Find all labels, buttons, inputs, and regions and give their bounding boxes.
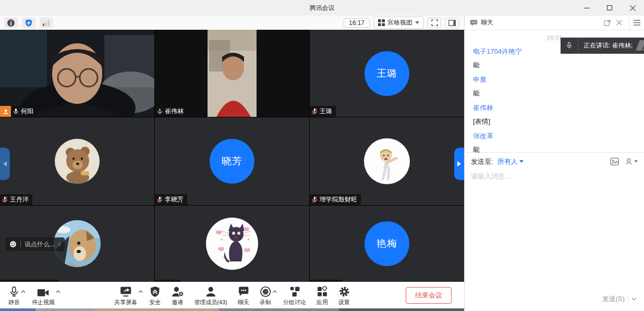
side-panel-toggle-button[interactable] [445, 18, 459, 28]
chat-button[interactable]: 聊天 [233, 285, 254, 306]
video-options-chevron[interactable] [56, 290, 60, 293]
composer-actions [610, 158, 638, 165]
security-shield-button[interactable] [22, 17, 35, 28]
record-label: 录制 [260, 298, 271, 306]
window-title: 腾讯会议 [0, 0, 644, 16]
name-with-mic: 王丹洋 [0, 194, 32, 205]
send-options-chevron[interactable] [631, 297, 637, 301]
next-page-arrow[interactable] [454, 148, 464, 180]
name-with-mic: 王璐 [310, 106, 336, 117]
share-screen-button[interactable]: 共享屏幕 [109, 285, 142, 306]
name-with-mic: 电子1704许艳宁 [0, 280, 59, 282]
breakout-rooms-button[interactable]: 分组讨论 [278, 285, 311, 306]
end-meeting-button[interactable]: 结束会议 [406, 287, 452, 304]
message-sender: 张改革 [473, 131, 636, 141]
window-controls [575, 0, 644, 16]
mute-options-chevron[interactable] [21, 290, 26, 293]
participant-label: 崔伟林 [155, 106, 187, 117]
share-options-chevron[interactable] [138, 290, 143, 293]
message-sender: 崔伟林 [473, 103, 636, 113]
apps-button[interactable]: 应用 [311, 285, 333, 306]
name-with-mic: 李晓芳 [155, 194, 187, 205]
share-screen-icon [119, 285, 132, 297]
maximize-button[interactable] [598, 0, 621, 16]
chat-menu-button[interactable] [629, 16, 644, 30]
close-button[interactable] [621, 0, 644, 16]
security-button[interactable]: 安全 [144, 285, 166, 306]
chat-panel-title: 聊天 [481, 18, 493, 27]
stop-video-button[interactable]: 停止视频 [27, 285, 60, 306]
send-to-dropdown[interactable]: 所有人 [497, 157, 524, 166]
stop-video-label: 停止视频 [32, 298, 55, 306]
participant-label-clipped: 电子1704许艳宁 [0, 280, 59, 282]
arrow-right-icon [457, 161, 461, 166]
fullscreen-button[interactable] [428, 18, 441, 28]
chevron-down-icon [519, 160, 524, 163]
chat-label: 聊天 [238, 298, 249, 306]
send-button[interactable]: 发送(S) [602, 294, 625, 304]
manage-members-label: 管理成员(43) [194, 298, 227, 306]
record-button[interactable]: 录制 [254, 285, 276, 306]
manage-members-button[interactable]: 管理成员(43) [189, 285, 233, 306]
avatar-wrap: 王璐 [310, 30, 464, 117]
gear-icon [338, 285, 350, 297]
participant-tile-cuiweilin[interactable]: 崔伟林 [155, 30, 309, 117]
avatar-wrap [310, 117, 464, 205]
avatar-wrap: 晓芳 [155, 117, 309, 205]
participant-tile-yincaiwang[interactable]: 理学院殷财旺 [310, 117, 464, 205]
chat-bubble-icon [238, 285, 249, 297]
name-with-mic: 何阳 [11, 106, 37, 117]
person-icon [625, 158, 633, 165]
record-options-chevron[interactable] [272, 290, 277, 293]
quick-chat-pill[interactable]: 说点什么... ‹ [5, 237, 65, 251]
avatar-initials: 晓芳 [210, 139, 254, 184]
avatar-initials: 艳梅 [364, 221, 409, 266]
titlebar: 腾讯会议 [0, 0, 644, 16]
meeting-info-button[interactable] [4, 17, 18, 28]
participant-tile-wangdanyang[interactable]: 王丹洋 [0, 117, 154, 205]
participant-tile-heyang[interactable]: 何阳 [0, 30, 154, 117]
avatar-wrap: 艳梅 [310, 206, 464, 282]
participant-tile-xuyanning[interactable]: 说点什么... ‹ 电子1704许艳宁 [0, 206, 154, 282]
chevron-left-icon[interactable]: ‹ [58, 241, 60, 248]
participant-name: 王璐 [320, 107, 332, 116]
record-icon [260, 285, 271, 297]
breakout-rooms-label: 分组讨论 [283, 298, 306, 306]
mic-muted-icon [311, 108, 318, 115]
info-icon [7, 19, 15, 27]
settings-button[interactable]: 设置 [333, 285, 355, 306]
maximize-icon [607, 5, 612, 10]
smiley-icon [9, 241, 17, 248]
chat-input[interactable]: 请输入消息... [465, 169, 644, 295]
image-attach-icon[interactable] [610, 158, 619, 165]
participant-tile-shenzhan[interactable]: 申展 [155, 206, 309, 282]
video-feed [0, 30, 154, 117]
message-text: [表情] [473, 117, 636, 126]
avatar-wrap [0, 117, 154, 205]
participant-label: 何阳 [0, 106, 37, 117]
network-signal-button[interactable] [40, 17, 53, 28]
quick-chat-placeholder: 说点什么... [25, 240, 55, 249]
popout-icon[interactable] [604, 19, 611, 26]
close-chat-icon[interactable] [616, 20, 622, 26]
participant-name: 理学院殷财旺 [320, 195, 357, 204]
apps-blocks-icon [317, 285, 328, 297]
participant-label-clipped: 申展 [155, 280, 181, 282]
mute-button[interactable]: 静音 [3, 285, 25, 306]
cartoon-boy-avatar [364, 138, 410, 184]
mic-icon [9, 285, 19, 297]
view-mode-dropdown[interactable]: 宫格视图 [374, 17, 423, 29]
message-sender: 申展 [473, 75, 636, 85]
participant-label: 王丹洋 [0, 194, 32, 205]
toast-mic-icon [561, 38, 578, 54]
mention-member-dropdown[interactable] [625, 158, 638, 165]
invite-button[interactable]: 邀请 [166, 285, 189, 306]
participant-tile-wanglu[interactable]: 王璐 王璐 [310, 30, 464, 117]
minimize-button[interactable] [575, 0, 598, 16]
fullscreen-icon [431, 19, 438, 26]
chat-panel-header: 聊天 [465, 16, 644, 30]
participant-tile-wangyanmei[interactable]: 艳梅 王艳梅 [310, 206, 464, 282]
settings-label: 设置 [338, 298, 350, 306]
participant-tile-lixiaofang[interactable]: 晓芳 李晓芳 [155, 117, 309, 205]
previous-page-arrow[interactable] [0, 148, 10, 180]
